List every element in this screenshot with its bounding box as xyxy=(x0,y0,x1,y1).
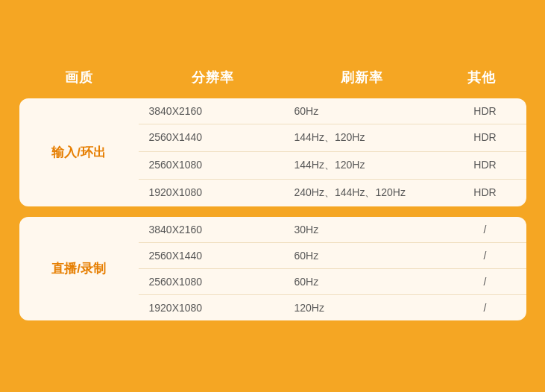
category-live: 直播/录制 xyxy=(19,217,139,320)
res-1-0: 3840X2160 xyxy=(139,217,292,242)
refresh-0-2: 144Hz、120Hz xyxy=(292,151,444,179)
section-live: 直播/录制 3840X2160 30Hz / 2560X1440 60Hz / … xyxy=(19,217,526,320)
res-0-0: 3840X2160 xyxy=(139,98,292,124)
table-header: 画质 分辨率 刷新率 其他 xyxy=(19,61,526,98)
header-other: 其他 xyxy=(437,69,526,86)
other-0-3: HDR xyxy=(444,179,526,206)
res-1-1: 2560X1440 xyxy=(139,242,292,268)
header-quality: 画质 xyxy=(19,69,139,86)
refresh-1-0: 30Hz xyxy=(292,217,444,242)
refresh-0-3: 240Hz、144Hz、120Hz xyxy=(292,179,444,206)
other-0-1: HDR xyxy=(444,124,526,151)
refresh-0-1: 144Hz、120Hz xyxy=(292,124,444,151)
other-0-0: HDR xyxy=(444,98,526,124)
res-1-2: 2560X1080 xyxy=(139,268,292,294)
other-1-3: / xyxy=(444,294,526,320)
other-1-0: / xyxy=(444,217,526,242)
refresh-0-0: 60Hz xyxy=(292,98,444,124)
refresh-1-1: 60Hz xyxy=(292,242,444,268)
header-refresh: 刷新率 xyxy=(288,69,437,86)
res-0-3: 1920X1080 xyxy=(139,179,292,206)
other-1-2: / xyxy=(444,268,526,294)
res-0-2: 2560X1080 xyxy=(139,151,292,179)
main-container: 画质 分辨率 刷新率 其他 输入/环出 3840X2160 60Hz HDR 2… xyxy=(19,61,526,331)
other-0-2: HDR xyxy=(444,151,526,179)
refresh-1-2: 60Hz xyxy=(292,268,444,294)
section-input: 输入/环出 3840X2160 60Hz HDR 2560X1440 144Hz… xyxy=(19,98,526,206)
res-0-1: 2560X1440 xyxy=(139,124,292,151)
res-1-3: 1920X1080 xyxy=(139,294,292,320)
refresh-1-3: 120Hz xyxy=(292,294,444,320)
category-input: 输入/环出 xyxy=(19,98,139,206)
header-resolution: 分辨率 xyxy=(139,69,288,86)
other-1-1: / xyxy=(444,242,526,268)
